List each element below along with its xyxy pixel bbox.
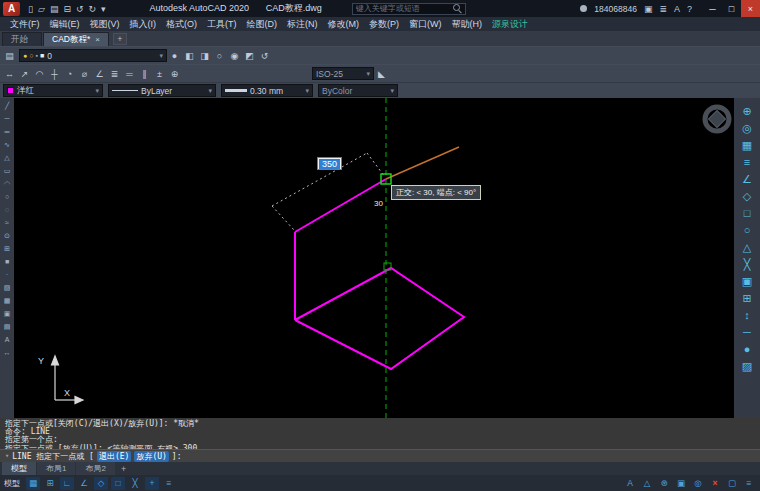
- cart-icon[interactable]: ▣: [644, 4, 653, 14]
- qat-dropdown-icon[interactable]: ▾: [101, 4, 106, 14]
- lineweight-display-icon[interactable]: ≡: [162, 477, 176, 490]
- snap-icon[interactable]: ⊞: [43, 477, 57, 490]
- dimension-tool-icon[interactable]: ↔: [4, 349, 11, 356]
- menu-item[interactable]: 帮助(H): [447, 18, 488, 31]
- layer-unisolate-icon[interactable]: ◨: [197, 49, 212, 63]
- search-input[interactable]: [356, 4, 450, 13]
- rt-grid-icon[interactable]: ▦: [742, 140, 752, 151]
- aligned-dim-icon[interactable]: ↗: [17, 67, 32, 81]
- mline-tool-icon[interactable]: ═: [5, 128, 10, 135]
- menu-item[interactable]: 修改(M): [323, 18, 365, 31]
- menu-item[interactable]: 源泉设计: [487, 18, 533, 31]
- command-option-exit[interactable]: 退出(E): [97, 451, 131, 462]
- linetype-dropdown[interactable]: ByLayer ▾: [108, 84, 216, 97]
- menu-item[interactable]: 窗口(W): [404, 18, 447, 31]
- rt-diamond-icon[interactable]: ◇: [743, 191, 751, 202]
- color-dropdown[interactable]: 洋红 ▾: [3, 84, 103, 97]
- qat-plot-icon[interactable]: ⊟: [63, 4, 71, 14]
- hatch-tool-icon[interactable]: ▨: [4, 284, 11, 291]
- workspace-gear-icon[interactable]: ⊛: [657, 477, 671, 490]
- iso-base-face[interactable]: [295, 268, 464, 369]
- layer-freeze-tool-icon[interactable]: ○: [212, 49, 227, 63]
- menu-item[interactable]: 标注(N): [282, 18, 323, 31]
- dim-input-value[interactable]: 350: [319, 159, 340, 169]
- menu-item[interactable]: 编辑(E): [45, 18, 85, 31]
- rt-target-icon[interactable]: ◎: [742, 123, 752, 134]
- ortho-icon[interactable]: ∟: [60, 477, 74, 490]
- diameter-dim-icon[interactable]: ⌀: [77, 67, 92, 81]
- restore-button[interactable]: □: [722, 0, 741, 17]
- new-layout-button[interactable]: +: [116, 462, 131, 475]
- layout-tab[interactable]: 布局2: [76, 462, 114, 475]
- plotstyle-dropdown[interactable]: ByColor ▾: [318, 84, 398, 97]
- rt-line-icon[interactable]: ─: [743, 327, 751, 338]
- circle-tool-icon[interactable]: ○: [5, 193, 9, 200]
- polyline-tool-icon[interactable]: ∿: [4, 141, 10, 148]
- search-box[interactable]: [352, 3, 466, 15]
- revcloud-tool-icon[interactable]: ◌: [5, 206, 9, 213]
- command-option-undo[interactable]: 放弃(U): [134, 451, 168, 462]
- make-block-icon[interactable]: ■: [5, 258, 9, 265]
- insert-block-icon[interactable]: ⊞: [4, 245, 10, 252]
- dynamic-input-icon[interactable]: +: [145, 477, 159, 490]
- autodesk-account-icon[interactable]: A: [674, 4, 680, 14]
- center-mark-icon[interactable]: ⊕: [167, 67, 182, 81]
- rt-angle-icon[interactable]: ∠: [742, 174, 752, 185]
- file-tab[interactable]: 开始: [2, 32, 42, 46]
- gradient-tool-icon[interactable]: ▦: [4, 297, 11, 304]
- apps-icon[interactable]: ≣: [659, 4, 667, 14]
- annotation-scale-icon[interactable]: △: [640, 477, 654, 490]
- menu-item[interactable]: 格式(O): [161, 18, 202, 31]
- rt-dot-icon[interactable]: ●: [744, 344, 751, 355]
- dim-style-manager-icon[interactable]: ◣: [374, 67, 389, 81]
- command-options-icon[interactable]: ▾: [5, 452, 9, 460]
- layer-isolate-icon[interactable]: ◧: [182, 49, 197, 63]
- lineweight-dropdown[interactable]: 0.30 mm ▾: [221, 84, 313, 97]
- customize-icon[interactable]: ≡: [742, 477, 756, 490]
- isolate-objects-icon[interactable]: ×: [708, 477, 722, 490]
- menu-item[interactable]: 绘图(D): [242, 18, 283, 31]
- rt-vertical-icon[interactable]: ↕: [744, 310, 750, 321]
- dynamic-dim-input[interactable]: 350: [317, 157, 342, 170]
- layer-previous-icon[interactable]: ↺: [257, 49, 272, 63]
- layer-off-icon[interactable]: ●: [167, 49, 182, 63]
- close-button[interactable]: ×: [741, 0, 760, 17]
- layout-tab[interactable]: 布局1: [37, 462, 75, 475]
- qat-open-icon[interactable]: ▱: [38, 4, 45, 14]
- line-tool-icon[interactable]: ╱: [5, 102, 9, 109]
- menu-item[interactable]: 视图(V): [85, 18, 125, 31]
- baseline-dim-icon[interactable]: ═: [122, 67, 137, 81]
- table-tool-icon[interactable]: ▤: [4, 323, 11, 330]
- menu-item[interactable]: 插入(I): [125, 18, 162, 31]
- rt-triangle-icon[interactable]: △: [743, 242, 751, 253]
- menu-item[interactable]: 参数(P): [364, 18, 404, 31]
- graphics-performance-icon[interactable]: ◎: [691, 477, 705, 490]
- quick-dim-icon[interactable]: ≣: [107, 67, 122, 81]
- menu-item[interactable]: 工具(T): [202, 18, 242, 31]
- rt-hatch-icon[interactable]: ▨: [742, 361, 752, 372]
- grid-icon[interactable]: ▦: [26, 477, 40, 490]
- rt-list-icon[interactable]: ≡: [744, 157, 750, 168]
- iso-top-edge[interactable]: [295, 179, 386, 232]
- new-tab-button[interactable]: +: [113, 33, 127, 45]
- menu-item[interactable]: 文件(F): [5, 18, 45, 31]
- spline-tool-icon[interactable]: ≈: [5, 219, 9, 226]
- rt-center-icon[interactable]: ⊕: [742, 106, 751, 117]
- clean-screen-icon[interactable]: ▢: [725, 477, 739, 490]
- qat-redo-icon[interactable]: ↻: [88, 4, 96, 14]
- file-tab[interactable]: CAD教程* ×: [43, 32, 109, 46]
- search-icon[interactable]: [453, 4, 462, 13]
- osnap-icon[interactable]: □: [111, 477, 125, 490]
- minimize-button[interactable]: ─: [703, 0, 722, 17]
- otrack-icon[interactable]: ╳: [128, 477, 142, 490]
- region-tool-icon[interactable]: ▣: [4, 310, 11, 317]
- qat-new-icon[interactable]: ▯: [28, 4, 33, 14]
- arc-tool-icon[interactable]: ◠: [4, 180, 10, 187]
- rt-region-icon[interactable]: ▣: [742, 276, 752, 287]
- user-id[interactable]: 184068846: [594, 4, 637, 14]
- radius-dim-icon[interactable]: ◔: [62, 67, 77, 81]
- rectangle-tool-icon[interactable]: ▭: [4, 167, 11, 174]
- rt-circle-icon[interactable]: ○: [744, 225, 751, 236]
- user-avatar-icon[interactable]: [580, 5, 587, 12]
- point-tool-icon[interactable]: ·: [6, 271, 8, 278]
